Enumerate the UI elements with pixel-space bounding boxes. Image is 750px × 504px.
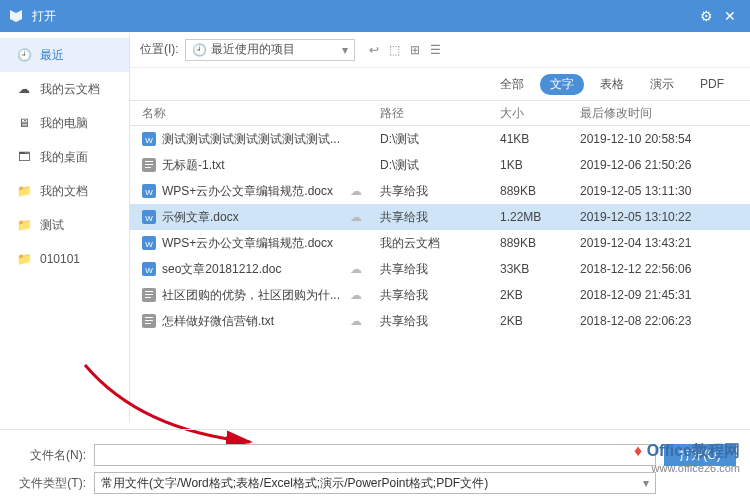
- sidebar-item-3[interactable]: 🗔我的桌面: [0, 140, 129, 174]
- sidebar-item-0[interactable]: 🕘最近: [0, 38, 129, 72]
- main-area: 🕘最近☁我的云文档🖥我的电脑🗔我的桌面📁我的文档📁测试📁010101 位置(I)…: [0, 32, 750, 422]
- svg-rect-21: [145, 323, 151, 324]
- file-size: 33KB: [500, 262, 580, 276]
- cloud-icon: ☁: [350, 210, 380, 224]
- svg-text:W: W: [145, 266, 153, 275]
- toolbar-icons: ↩ ⬚ ⊞ ☰: [369, 43, 441, 57]
- file-path: 共享给我: [380, 313, 500, 330]
- svg-rect-16: [145, 294, 153, 295]
- sidebar-item-label: 我的云文档: [40, 81, 100, 98]
- svg-rect-17: [145, 297, 151, 298]
- file-name: WPS+云办公文章编辑规范.docx: [162, 183, 333, 200]
- file-list: W测试测试测试测试测试测试测试...D:\测试41KB2019-12-10 20…: [130, 126, 750, 422]
- col-date[interactable]: 最后修改时间: [580, 105, 750, 122]
- file-row[interactable]: 社区团购的优势，社区团购为什...☁共享给我2KB2018-12-09 21:4…: [130, 282, 750, 308]
- recent-icon: 🕘: [192, 43, 207, 57]
- cloud-icon: ☁: [350, 288, 380, 302]
- filter-row: 全部文字表格演示PDF: [130, 68, 750, 100]
- file-icon: W: [142, 132, 156, 146]
- filter-tab-1[interactable]: 文字: [540, 74, 584, 95]
- col-path[interactable]: 路径: [380, 105, 500, 122]
- file-name: 示例文章.docx: [162, 209, 239, 226]
- file-size: 1.22MB: [500, 210, 580, 224]
- file-name: WPS+云办公文章编辑规范.docx: [162, 235, 333, 252]
- titlebar: 打开 ⚙ ✕: [0, 0, 750, 32]
- window-close-icon[interactable]: ✕: [718, 8, 742, 24]
- chevron-down-icon: ▾: [643, 476, 649, 490]
- sidebar: 🕘最近☁我的云文档🖥我的电脑🗔我的桌面📁我的文档📁测试📁010101: [0, 32, 130, 422]
- file-size: 1KB: [500, 158, 580, 172]
- filter-tab-3[interactable]: 演示: [640, 74, 684, 95]
- filetype-label: 文件类型(T):: [14, 475, 86, 492]
- app-logo-icon: [8, 8, 24, 24]
- location-value: 最近使用的项目: [211, 41, 295, 58]
- filter-tab-4[interactable]: PDF: [690, 75, 734, 93]
- folder-icon: 📁: [16, 183, 32, 199]
- file-row[interactable]: WWPS+云办公文章编辑规范.docx我的云文档889KB2019-12-04 …: [130, 230, 750, 256]
- svg-rect-4: [145, 164, 153, 165]
- file-date: 2018-12-08 22:06:23: [580, 314, 750, 328]
- file-row[interactable]: 怎样做好微信营销.txt☁共享给我2KB2018-12-08 22:06:23: [130, 308, 750, 334]
- file-path: D:\测试: [380, 131, 500, 148]
- file-date: 2019-12-05 13:10:22: [580, 210, 750, 224]
- file-icon: [142, 288, 156, 302]
- svg-text:W: W: [145, 136, 153, 145]
- svg-rect-19: [145, 317, 153, 318]
- clock-icon: 🕘: [16, 47, 32, 63]
- folder-icon: 📁: [16, 251, 32, 267]
- col-size[interactable]: 大小: [500, 105, 580, 122]
- cloud-icon: ☁: [350, 184, 380, 198]
- svg-text:W: W: [145, 240, 153, 249]
- sidebar-item-label: 最近: [40, 47, 64, 64]
- file-row[interactable]: Wseo文章20181212.doc☁共享给我33KB2018-12-12 22…: [130, 256, 750, 282]
- watermark-suffix: 教程网: [692, 442, 740, 459]
- svg-text:W: W: [145, 214, 153, 223]
- file-icon: W: [142, 210, 156, 224]
- file-date: 2019-12-04 13:43:21: [580, 236, 750, 250]
- file-icon: W: [142, 236, 156, 250]
- file-path: 我的云文档: [380, 235, 500, 252]
- file-date: 2019-12-06 21:50:26: [580, 158, 750, 172]
- sidebar-item-6[interactable]: 📁010101: [0, 242, 129, 276]
- file-row[interactable]: W示例文章.docx☁共享给我1.22MB2019-12-05 13:10:22: [130, 204, 750, 230]
- sidebar-item-label: 我的桌面: [40, 149, 88, 166]
- pc-icon: 🖥: [16, 115, 32, 131]
- view-icon[interactable]: ☰: [430, 43, 441, 57]
- file-row[interactable]: W测试测试测试测试测试测试测试...D:\测试41KB2019-12-10 20…: [130, 126, 750, 152]
- sidebar-item-4[interactable]: 📁我的文档: [0, 174, 129, 208]
- filter-tab-0[interactable]: 全部: [490, 74, 534, 95]
- back-icon[interactable]: ↩: [369, 43, 379, 57]
- file-path: D:\测试: [380, 157, 500, 174]
- new-folder-icon[interactable]: ⊞: [410, 43, 420, 57]
- chevron-down-icon: ▾: [342, 43, 348, 57]
- svg-rect-3: [145, 161, 153, 162]
- file-path: 共享给我: [380, 183, 500, 200]
- filename-input[interactable]: [94, 444, 656, 466]
- window-title: 打开: [32, 8, 694, 25]
- svg-rect-15: [145, 291, 153, 292]
- col-name[interactable]: 名称: [130, 105, 350, 122]
- filter-tab-2[interactable]: 表格: [590, 74, 634, 95]
- location-dropdown[interactable]: 🕘 最近使用的项目 ▾: [185, 39, 355, 61]
- window-settings-icon[interactable]: ⚙: [694, 8, 718, 24]
- file-row[interactable]: WWPS+云办公文章编辑规范.docx☁共享给我889KB2019-12-05 …: [130, 178, 750, 204]
- file-size: 889KB: [500, 236, 580, 250]
- folder-icon: 📁: [16, 217, 32, 233]
- watermark-url: www.office26.com: [634, 462, 740, 474]
- file-name: 无标题-1.txt: [162, 157, 225, 174]
- file-name: 测试测试测试测试测试测试测试...: [162, 131, 340, 148]
- filetype-dropdown[interactable]: 常用文件(文字/Word格式;表格/Excel格式;演示/PowerPoint格…: [94, 472, 656, 494]
- filetype-value: 常用文件(文字/Word格式;表格/Excel格式;演示/PowerPoint格…: [101, 475, 488, 492]
- file-path: 共享给我: [380, 209, 500, 226]
- list-header: 名称 路径 大小 最后修改时间: [130, 100, 750, 126]
- svg-rect-5: [145, 167, 151, 168]
- file-row[interactable]: 无标题-1.txtD:\测试1KB2019-12-06 21:50:26: [130, 152, 750, 178]
- file-icon: [142, 314, 156, 328]
- sidebar-item-1[interactable]: ☁我的云文档: [0, 72, 129, 106]
- sidebar-item-5[interactable]: 📁测试: [0, 208, 129, 242]
- up-icon[interactable]: ⬚: [389, 43, 400, 57]
- svg-text:W: W: [145, 188, 153, 197]
- file-path: 共享给我: [380, 287, 500, 304]
- sidebar-item-2[interactable]: 🖥我的电脑: [0, 106, 129, 140]
- file-date: 2018-12-09 21:45:31: [580, 288, 750, 302]
